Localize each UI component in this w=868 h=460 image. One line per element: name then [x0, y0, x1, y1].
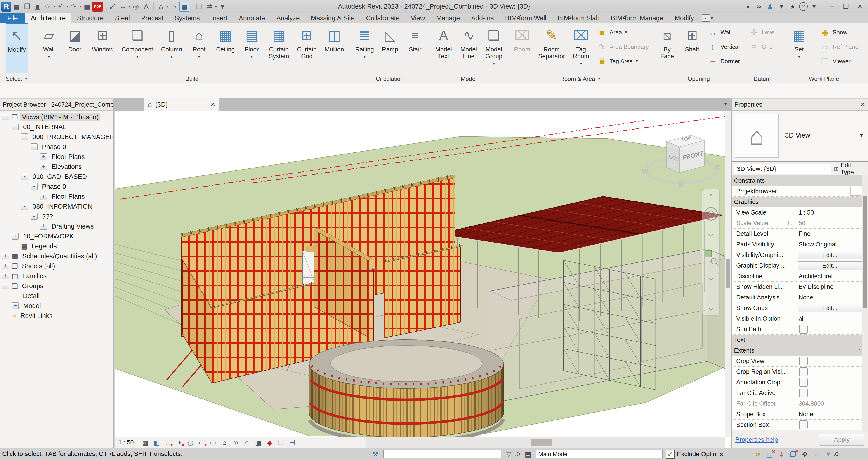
- ribbon-button-tag-room[interactable]: ⌧Tag Room▼: [570, 23, 592, 73]
- ribbon-button-curtain-system[interactable]: ▦Curtain System: [267, 23, 291, 73]
- panel-label-datum[interactable]: Datum: [744, 75, 780, 83]
- properties-help-link[interactable]: Properties help: [735, 436, 778, 443]
- ribbon-button-ramp[interactable]: ◺Ramp: [379, 23, 401, 73]
- tree-item-floor-plans[interactable]: +Floor Plans: [0, 152, 114, 162]
- unlocked-3d-view-icon[interactable]: ⌂: [219, 438, 230, 447]
- property-value[interactable]: By Discipline: [796, 284, 834, 290]
- help-icon[interactable]: ?: [799, 2, 808, 11]
- ribbon-button-room-separator[interactable]: ✎Room Separator: [536, 23, 567, 73]
- displacement-sets-icon[interactable]: ▣: [253, 438, 264, 447]
- dropdown-caret-icon[interactable]: ▾: [166, 4, 168, 8]
- ribbon-button-curtain-grid[interactable]: ⊞Curtain Grid: [295, 23, 319, 73]
- panel-label-model[interactable]: Model: [430, 75, 508, 83]
- detail-level-icon[interactable]: ◧: [151, 438, 162, 447]
- tree-expand-icon[interactable]: +: [2, 263, 9, 269]
- tree-collapse-icon[interactable]: -: [21, 133, 28, 140]
- property-browse-button[interactable]: [850, 187, 861, 196]
- sun-settings-icon[interactable]: ☼✕: [163, 438, 173, 447]
- tab-add-ins[interactable]: Add-Ins: [465, 13, 499, 23]
- dropdown-caret-icon[interactable]: ▾: [80, 4, 81, 8]
- property-edit-button[interactable]: Edit...: [798, 304, 862, 312]
- aligned-dimension-icon[interactable]: ⤢: [107, 2, 118, 11]
- save-icon[interactable]: ▣: [33, 2, 42, 11]
- tab-insert[interactable]: Insert: [206, 13, 233, 23]
- tag-by-category-icon[interactable]: ◎: [131, 2, 141, 11]
- panel-label-select[interactable]: Select▼: [0, 75, 34, 83]
- instance-chevron-icon[interactable]: ⌄: [825, 166, 828, 172]
- close-properties-icon[interactable]: ✕: [860, 101, 865, 108]
- tree-expand-icon[interactable]: +: [40, 193, 47, 200]
- tab-annotate[interactable]: Annotate: [233, 13, 271, 23]
- tab-file[interactable]: File: [0, 13, 25, 23]
- panel-label-work-plane[interactable]: Work Plane: [780, 75, 868, 83]
- property-value[interactable]: all: [796, 315, 805, 322]
- tab-collaborate[interactable]: Collaborate: [360, 13, 405, 23]
- ribbon-button-viewer[interactable]: ◲Viewer: [818, 54, 860, 68]
- tree-item-schedules-quantities-all[interactable]: +▦Schedules/Quantities (all): [0, 251, 114, 261]
- ribbon-button-window[interactable]: ⊞Window: [90, 23, 116, 73]
- ribbon-button-column[interactable]: ▯Column▼: [159, 23, 184, 73]
- dropdown-caret-icon[interactable]: ▾: [215, 4, 217, 8]
- instance-selector[interactable]: 3D View: {3D} ⌄: [734, 164, 831, 174]
- tree-collapse-icon[interactable]: -: [21, 173, 28, 180]
- tree-item-views-bim-m-phasen[interactable]: -❒Views (BIM² - M - Phasen): [0, 112, 114, 122]
- property-value[interactable]: 1 : 50: [796, 209, 814, 216]
- property-checkbox[interactable]: [799, 325, 808, 333]
- filter-icon[interactable]: ▼: [824, 449, 833, 459]
- panel-label-circulation[interactable]: Circulation: [350, 75, 429, 83]
- open-icon[interactable]: ❐: [22, 2, 32, 11]
- vertical-scroll-thumb[interactable]: [726, 259, 730, 288]
- property-edit-button[interactable]: Edit...: [798, 261, 862, 270]
- tree-item-00-internal[interactable]: -00_INTERNAL: [0, 122, 114, 132]
- property-checkbox[interactable]: [799, 378, 808, 387]
- tree-expand-icon[interactable]: +: [12, 302, 19, 309]
- tree-item-groups[interactable]: -❏Groups: [0, 281, 114, 291]
- active-design-option-selector[interactable]: Main Model⌄: [536, 450, 662, 458]
- close-button[interactable]: ✕: [854, 2, 866, 11]
- tree-item-legends[interactable]: ▤Legends: [0, 241, 114, 251]
- crop-region-visibility-icon[interactable]: ▭: [208, 438, 218, 447]
- worksharing-display-icon[interactable]: ❏: [276, 438, 286, 447]
- tab-steel[interactable]: Steel: [109, 13, 135, 23]
- default-3d-view-icon[interactable]: ⌂: [156, 2, 166, 11]
- undo-icon[interactable]: ↶: [56, 2, 66, 11]
- tree-collapse-icon[interactable]: -: [21, 203, 28, 210]
- panel-label-room-area[interactable]: Room & Area▼: [508, 75, 653, 83]
- measure-constraints-icon[interactable]: ⊣: [287, 438, 298, 447]
- property-edit-button[interactable]: Edit...: [798, 251, 862, 259]
- tree-item-010-cad-based[interactable]: -010_CAD_BASED: [0, 172, 114, 182]
- ribbon-button-show[interactable]: ▦Show: [818, 25, 860, 39]
- ribbon-button-floor[interactable]: ▤Floor▼: [241, 23, 263, 73]
- tree-item-10-formwork[interactable]: +10_FORMWORK: [0, 231, 114, 241]
- tree-collapse-icon[interactable]: -: [2, 283, 9, 289]
- tree-item-revit-links[interactable]: ∞Revit Links: [0, 311, 114, 321]
- redo-icon[interactable]: ↷: [69, 2, 79, 11]
- view-tab-3d[interactable]: ⌂ {3D} ✕: [144, 98, 219, 111]
- viewport-horizontal-scrollbar[interactable]: [366, 437, 725, 448]
- viewport-vertical-scrollbar[interactable]: [725, 111, 731, 437]
- tab-bim-form-wall[interactable]: BIM²form Wall: [499, 13, 552, 23]
- property-value[interactable]: 304,8000: [796, 400, 824, 407]
- tree-item-sheets-all[interactable]: +❐Sheets (all): [0, 261, 114, 271]
- tree-expand-icon[interactable]: +: [12, 233, 19, 240]
- property-checkbox[interactable]: [799, 421, 808, 429]
- type-selector-caret-icon[interactable]: ▼: [859, 132, 864, 138]
- tree-collapse-icon[interactable]: -: [12, 124, 19, 130]
- dropdown-caret-icon[interactable]: ▾: [129, 4, 130, 8]
- tab-precast[interactable]: Precast: [135, 13, 169, 23]
- thin-lines-icon[interactable]: ▤: [180, 2, 189, 11]
- ribbon-button-component[interactable]: ❏Component▼: [120, 23, 155, 73]
- select-elements-by-face-icon[interactable]: ❐✕: [788, 449, 798, 459]
- recent-documents-icon[interactable]: ▤: [12, 2, 22, 11]
- scale-icon[interactable]: ▦: [140, 438, 151, 447]
- section-chevron-icon[interactable]: ˆˆ: [859, 349, 862, 353]
- reveal-constraints-icon[interactable]: ◆: [265, 438, 275, 447]
- properties-scroll-thumb[interactable]: [863, 196, 867, 308]
- tree-expand-icon[interactable]: +: [40, 153, 47, 160]
- active-workset-selector[interactable]: ⌄: [383, 450, 501, 458]
- tree-expand-icon[interactable]: +: [2, 253, 9, 260]
- property-value[interactable]: None: [796, 294, 813, 301]
- section-chevron-icon[interactable]: ˆˆ: [859, 200, 862, 204]
- panel-label-build[interactable]: Build: [34, 75, 350, 83]
- property-section-constraints[interactable]: Constraintsˆˆ: [732, 175, 862, 186]
